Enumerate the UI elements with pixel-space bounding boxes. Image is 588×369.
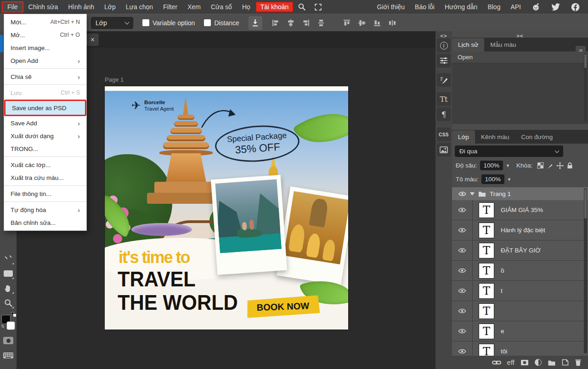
file-menu-insert-image[interactable]: Insert image... xyxy=(4,41,86,54)
layer-name[interactable]: tôi xyxy=(501,348,507,355)
reddit-icon[interactable] xyxy=(531,2,541,11)
layer-name[interactable]: Hành lý đặc biệt xyxy=(501,227,545,234)
menu-edit[interactable]: Chỉnh sửa xyxy=(23,1,63,12)
info-panel-button[interactable]: i xyxy=(437,39,451,52)
lock-all-icon[interactable] xyxy=(566,162,573,169)
group-name[interactable]: Trang 1 xyxy=(490,190,511,197)
distance-checkbox[interactable]: Distance xyxy=(204,19,239,27)
twitter-icon[interactable] xyxy=(551,2,560,11)
visibility-eye-icon[interactable] xyxy=(452,207,472,213)
tab-swatches[interactable]: Mẫu màu xyxy=(484,38,522,51)
align-right-icon[interactable] xyxy=(302,19,310,27)
opacity-value[interactable]: 100% xyxy=(480,161,503,170)
arrange-mode-select[interactable]: Lớp xyxy=(91,17,133,29)
search-icon[interactable] xyxy=(298,3,306,11)
fill-dropdown-icon[interactable]: ▼ xyxy=(507,177,511,182)
file-menu-export-as[interactable]: Xuất dưới dạng› xyxy=(4,129,86,142)
new-layer-icon[interactable] xyxy=(562,359,569,366)
shape-tool[interactable] xyxy=(2,267,15,280)
layer-row[interactable]: T GIẢM GIÁ 35% xyxy=(452,200,588,220)
file-menu-export-lut[interactable]: Xuất tra cứu màu... xyxy=(4,171,86,184)
layer-row[interactable]: T ĐẶT BÂY GIỜ xyxy=(452,240,588,261)
poster-page[interactable]: ✈ BorcelleTravel Agent Special Package 3… xyxy=(105,86,348,330)
menu-filter[interactable]: Filter xyxy=(158,1,182,12)
lock-position-icon[interactable] xyxy=(556,162,564,169)
align-center-icon[interactable] xyxy=(287,19,295,27)
tab-layers[interactable]: Lớp xyxy=(452,130,475,144)
crop-tool[interactable] xyxy=(2,252,15,265)
collapse-strip-control[interactable]: <> xyxy=(441,33,447,39)
layer-name[interactable]: t xyxy=(501,287,503,294)
color-swatches[interactable]: ⇅ xyxy=(1,312,16,331)
visibility-eye-icon[interactable] xyxy=(452,247,472,253)
background-color[interactable] xyxy=(6,321,15,330)
menu-more[interactable]: Họ xyxy=(237,1,255,12)
align-top-icon[interactable] xyxy=(343,19,351,27)
visibility-eye-icon[interactable] xyxy=(452,227,472,233)
file-menu-open[interactable]: Mở...Ctrl + O xyxy=(4,28,86,41)
delete-layer-icon[interactable] xyxy=(575,359,582,366)
tab-history[interactable]: Lịch sử xyxy=(452,38,484,51)
menu-window[interactable]: Cửa sổ xyxy=(206,1,237,12)
fill-value[interactable]: 100% xyxy=(481,174,505,184)
layer-name[interactable]: ồ xyxy=(501,267,504,274)
file-menu-save-as-psd[interactable]: Save under as PSD xyxy=(6,101,85,115)
image-panel-button[interactable] xyxy=(437,143,451,157)
layer-row[interactable]: T t xyxy=(452,281,588,301)
text-layer-thumbnail[interactable]: T xyxy=(479,344,494,356)
file-menu-automate[interactable]: Tự động hóa› xyxy=(4,203,86,216)
quick-mask-tool[interactable] xyxy=(2,334,15,347)
auto-select-download-button[interactable] xyxy=(249,16,262,30)
link-layers-icon[interactable] xyxy=(492,360,501,365)
layer-name[interactable]: GIẢM GIÁ 35% xyxy=(501,207,543,213)
menu-file[interactable]: File xyxy=(2,1,23,12)
text-layer-thumbnail[interactable]: T xyxy=(479,303,494,319)
checkbox[interactable] xyxy=(204,19,211,26)
file-menu-trong[interactable]: TRONG... xyxy=(4,142,86,155)
distribute-vertical-icon[interactable] xyxy=(317,19,325,27)
menu-api[interactable]: API xyxy=(506,1,525,12)
new-group-icon[interactable] xyxy=(548,359,556,366)
file-menu-file-info[interactable]: File thông tin... xyxy=(4,187,86,200)
visibility-eye-icon[interactable] xyxy=(452,308,472,314)
text-layer-thumbnail[interactable]: T xyxy=(479,202,494,218)
text-layer-thumbnail[interactable]: T xyxy=(479,223,494,238)
menu-select[interactable]: Lựa chọn xyxy=(121,1,158,12)
menu-image[interactable]: Hình ảnh xyxy=(63,1,99,12)
variable-option-checkbox[interactable]: Variable option xyxy=(142,19,195,27)
character-panel-button[interactable]: Tt xyxy=(437,92,451,106)
layer-row[interactable]: T xyxy=(452,301,588,321)
layer-name[interactable]: ĐẶT BÂY GIỜ xyxy=(501,247,541,254)
properties-panel-button[interactable] xyxy=(437,54,451,67)
distribute-horizontal-icon[interactable] xyxy=(388,19,396,27)
file-menu-new[interactable]: Mới...Alt+Ctrl + N xyxy=(4,16,86,28)
visibility-eye-icon[interactable] xyxy=(452,288,472,294)
opacity-dropdown-icon[interactable]: ▼ xyxy=(506,163,510,168)
css-panel-button[interactable]: css xyxy=(437,128,451,141)
visibility-eye-icon[interactable] xyxy=(452,328,472,334)
layer-group-row[interactable]: Trang 1 xyxy=(452,187,588,200)
layer-name[interactable]: e xyxy=(501,328,504,335)
checkbox[interactable] xyxy=(142,19,149,26)
menu-learn[interactable]: Hướng dẫn xyxy=(441,1,481,12)
file-menu-share[interactable]: Chia sẻ› xyxy=(4,70,86,83)
layer-row[interactable]: T e xyxy=(452,321,588,341)
text-layer-thumbnail[interactable]: T xyxy=(479,263,494,279)
visibility-eye-icon[interactable] xyxy=(452,348,472,354)
tab-paths[interactable]: Con đường xyxy=(515,130,559,144)
close-tab-button[interactable]: × xyxy=(86,34,99,46)
blend-mode-select[interactable]: Đi qua xyxy=(455,145,563,157)
menu-report[interactable]: Báo lỗi xyxy=(411,1,439,12)
lock-transparency-icon[interactable] xyxy=(537,162,544,169)
menu-view[interactable]: Xem xyxy=(182,1,206,12)
align-left-icon[interactable] xyxy=(271,19,280,27)
layer-row[interactable]: T ồ xyxy=(452,261,588,281)
add-mask-icon[interactable] xyxy=(520,359,529,366)
history-entry[interactable]: Open xyxy=(452,51,588,63)
file-menu-save-add[interactable]: Save Add› xyxy=(4,117,86,129)
file-menu-script[interactable]: Bản chỉnh sửa... xyxy=(4,216,86,229)
menu-account[interactable]: Tài khoản xyxy=(255,1,294,12)
adjustment-layer-icon[interactable] xyxy=(535,359,542,366)
align-bottom-icon[interactable] xyxy=(373,19,381,27)
text-layer-thumbnail[interactable]: T xyxy=(479,324,494,339)
